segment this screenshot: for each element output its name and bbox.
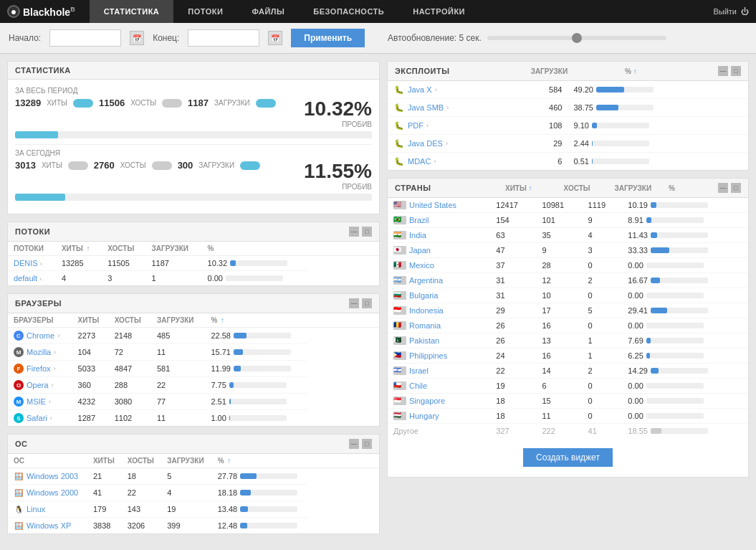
exploit-icon: 🐛	[393, 84, 405, 95]
today-hosts-toggle[interactable]	[152, 161, 172, 170]
auto-update-slider[interactable]	[487, 36, 666, 40]
country-name[interactable]: 🇮🇱 Israel	[388, 364, 490, 379]
country-pct: 14.29	[622, 364, 748, 379]
exploit-name[interactable]: 🐛 Java SMB ›	[388, 99, 520, 117]
logo: ● BlackholeB	[7, 5, 75, 18]
nav-statistics[interactable]: СТАТИСТИКА	[90, 0, 174, 23]
exploit-name[interactable]: 🐛 MDAC ›	[388, 153, 520, 171]
exploit-name[interactable]: 🐛 Java X ›	[388, 81, 520, 99]
period-all-label: ЗА ВЕСЬ ПЕРИОД	[15, 87, 372, 95]
exploit-bar-track	[596, 105, 654, 110]
exploits-maximize[interactable]: □	[731, 66, 741, 76]
browser-name[interactable]: F Firefox ›	[8, 361, 72, 377]
start-date-input[interactable]	[49, 29, 121, 47]
exploits-title: ЭКСПЛОИТЫ	[395, 67, 449, 75]
stream-name[interactable]: DENIS ›	[8, 256, 56, 271]
browser-downloads: 485	[151, 328, 205, 344]
create-widget-button[interactable]: Создать виджет	[523, 448, 613, 467]
logout-icon: ⏻	[741, 7, 749, 16]
country-hits: 12417	[490, 198, 536, 213]
country-name[interactable]: 🇭🇺 Hungary	[388, 409, 490, 424]
stream-name[interactable]: default ›	[8, 271, 56, 286]
country-name[interactable]: 🇲🇽 Mexico	[388, 258, 490, 273]
country-bar-track	[651, 232, 708, 238]
browser-hits: 4232	[72, 394, 109, 410]
nav-files[interactable]: ФАЙЛЫ	[237, 0, 299, 23]
today-downloads-toggle[interactable]	[240, 161, 260, 170]
downloads-toggle[interactable]	[256, 99, 276, 108]
countries-maximize[interactable]: □	[731, 183, 741, 193]
os-col-pct[interactable]: % ↑	[212, 454, 307, 468]
browser-icon: S	[14, 413, 24, 423]
main-content: СТАТИСТИКА ЗА ВЕСЬ ПЕРИОД 13289 ХИТЫ 115…	[0, 54, 756, 541]
os-name[interactable]: 🪟 Windows 2000	[8, 485, 87, 501]
os-title: ОС	[15, 440, 28, 448]
country-name[interactable]: 🇧🇷 Brazil	[388, 213, 490, 228]
browser-name[interactable]: M MSIE ›	[8, 394, 72, 410]
browsers-spacer	[307, 313, 379, 328]
today-hits-toggle[interactable]	[68, 161, 88, 170]
browser-pct: 11.99	[205, 361, 307, 377]
browsers-minimize[interactable]: —	[349, 298, 359, 308]
nav-streams[interactable]: ПОТОКИ	[173, 0, 237, 23]
exploit-downloads: 460	[520, 99, 568, 117]
country-name[interactable]: Другое	[388, 424, 490, 439]
today-hits-value: 3013	[15, 160, 36, 171]
os-bar-fill	[240, 473, 256, 479]
apply-button[interactable]: Применить	[291, 29, 365, 47]
end-calendar-icon[interactable]: 📅	[268, 31, 282, 45]
browser-name[interactable]: C Chrome ›	[8, 328, 72, 344]
exploits-table: 🐛 Java X › 584 49.20 🐛 Java SMB › 460 38…	[388, 81, 748, 170]
end-date-input[interactable]	[188, 29, 259, 47]
nav-security[interactable]: БЕЗОПАСНОСТЬ	[299, 0, 398, 23]
exploit-name[interactable]: 🐛 PDF ›	[388, 117, 520, 135]
streams-maximize[interactable]: □	[362, 227, 372, 237]
os-maximize[interactable]: □	[362, 439, 372, 449]
all-progress-fill	[15, 131, 58, 138]
country-name[interactable]: 🇦🇷 Argentina	[388, 273, 490, 288]
country-bar-track	[646, 413, 704, 419]
stream-hosts: 3	[102, 271, 145, 286]
country-hosts: 17	[536, 303, 582, 318]
country-hosts: 101	[536, 213, 582, 228]
os-name[interactable]: 🪟 Windows 2003	[8, 468, 87, 485]
os-name[interactable]: 🪟 Windows XP	[8, 518, 87, 534]
country-name[interactable]: 🇸🇬 Singapore	[388, 394, 490, 409]
streams-minimize[interactable]: —	[349, 227, 359, 237]
country-hits: 37	[490, 258, 536, 273]
stream-pct: 0.00	[202, 271, 307, 286]
country-name[interactable]: 🇵🇭 Philippines	[388, 349, 490, 364]
nav-settings[interactable]: НАСТРОЙКИ	[398, 0, 479, 23]
country-name[interactable]: 🇵🇰 Pakistan	[388, 333, 490, 349]
country-name[interactable]: 🇧🇬 Bulgaria	[388, 288, 490, 303]
country-flag: 🇯🇵	[393, 246, 406, 255]
country-name[interactable]: 🇮🇩 Indonesia	[388, 303, 490, 318]
country-name[interactable]: 🇺🇸 United States	[388, 198, 490, 213]
countries-panel: СТРАНЫ ХИТЫ ↑ ХОСТЫ ЗАГРУЗКИ % — □ 🇺🇸 Un…	[387, 178, 749, 478]
all-downloads-value: 1187	[188, 98, 209, 108]
country-name[interactable]: 🇯🇵 Japan	[388, 243, 490, 258]
hits-toggle[interactable]	[73, 99, 93, 108]
os-name[interactable]: 🐧 Linux	[8, 501, 87, 518]
hosts-toggle[interactable]	[162, 99, 182, 108]
browsers-col-pct[interactable]: % ↑	[205, 313, 307, 328]
country-name[interactable]: 🇮🇳 India	[388, 228, 490, 243]
browser-name[interactable]: O Opera ›	[8, 377, 72, 394]
browser-name[interactable]: M Mozilla ›	[8, 344, 72, 361]
exploits-header: ЭКСПЛОИТЫ ЗАГРУЗКИ % ↑ — □	[388, 62, 748, 81]
country-name[interactable]: 🇨🇱 Chile	[388, 379, 490, 394]
browser-name[interactable]: S Safari ›	[8, 410, 72, 427]
streams-col-hits[interactable]: ХИТЫ ↑	[56, 242, 102, 256]
countries-minimize[interactable]: —	[718, 183, 728, 193]
exploit-name[interactable]: 🐛 Java DES ›	[388, 135, 520, 153]
country-hosts: 13	[536, 333, 582, 349]
os-minimize[interactable]: —	[349, 439, 359, 449]
start-calendar-icon[interactable]: 📅	[130, 31, 144, 45]
exploits-minimize[interactable]: —	[718, 66, 728, 76]
country-name[interactable]: 🇷🇴 Romania	[388, 318, 490, 333]
os-row: 🪟 Windows 2003 21 18 5 27.78	[8, 468, 379, 485]
logout-button[interactable]: Выйти ⏻	[713, 7, 749, 16]
os-row: 🐧 Linux 179 143 19 13.48	[8, 501, 379, 518]
country-bar-track	[651, 247, 708, 253]
browsers-maximize[interactable]: □	[362, 298, 372, 308]
